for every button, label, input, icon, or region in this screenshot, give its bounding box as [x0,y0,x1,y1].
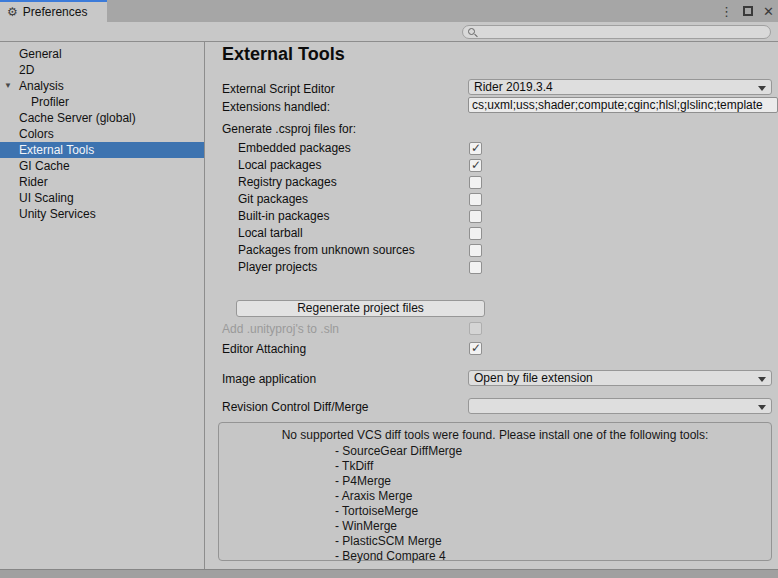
window-controls: ⋮ ✕ [720,0,774,22]
sidebar-item-label: 2D [19,63,34,77]
regenerate-project-files-button[interactable]: Regenerate project files [236,300,485,317]
sidebar-item-label: GI Cache [19,159,70,173]
title-bar: ⚙ Preferences ⋮ ✕ [0,0,778,22]
sidebar-item-label: Profiler [31,95,69,109]
search-icon [468,28,475,35]
tab-label: Preferences [23,5,88,19]
page-title: External Tools [222,44,345,65]
external-script-editor-dropdown[interactable]: Rider 2019.3.4 [468,79,772,95]
sidebar-item-external-tools[interactable]: External Tools [0,142,204,158]
checkbox-local-tarball[interactable]: ✓ [469,227,482,240]
checkbox-player-projects[interactable]: ✓ [469,261,482,274]
checkbox-embedded-packages[interactable]: ✓ [469,142,482,155]
search-input[interactable] [481,26,764,38]
sidebar-item-label: Rider [19,175,48,189]
checkbox-git-packages[interactable]: ✓ [469,193,482,206]
checkbox-label-local-packages: Local packages [238,158,321,172]
maximize-icon[interactable] [743,5,753,18]
checkbox-label-packages-from-unknown-sources: Packages from unknown sources [238,243,415,257]
vcs-tool-item: - Araxis Merge [335,489,771,504]
checkbox-label-embedded-packages: Embedded packages [238,141,351,155]
close-icon[interactable]: ✕ [763,5,774,18]
add-unityproj-checkbox: ✓ [469,322,482,335]
sidebar-item-cache-server-global-[interactable]: Cache Server (global) [0,110,204,126]
sidebar-item-label: General [19,47,62,61]
sidebar-item-2d[interactable]: 2D [0,62,204,78]
revision-control-label: Revision Control Diff/Merge [222,400,369,414]
checkbox-label-player-projects: Player projects [238,260,317,274]
extensions-handled-label: Extensions handled: [222,100,330,114]
checkbox-label-built-in-packages: Built-in packages [238,209,329,223]
image-application-label: Image application [222,372,316,386]
toolbar [0,22,778,42]
vcs-tool-item: - Beyond Compare 4 [335,549,771,564]
preferences-window: ⚙ Preferences ⋮ ✕ General2D▼AnalysisProf… [0,0,778,578]
sidebar-item-colors[interactable]: Colors [0,126,204,142]
vcs-tool-item: - WinMerge [335,519,771,534]
add-unityproj-label: Add .unityproj's to .sln [222,322,339,336]
sidebar-item-label: UI Scaling [19,191,74,205]
sidebar-item-general[interactable]: General [0,46,204,62]
preferences-sidebar: General2D▼AnalysisProfilerCache Server (… [0,42,205,570]
sidebar-item-label: Colors [19,127,54,141]
vcs-tool-item: - P4Merge [335,474,771,489]
menu-icon[interactable]: ⋮ [720,5,733,18]
sidebar-item-analysis[interactable]: ▼Analysis [0,78,204,94]
checkbox-registry-packages[interactable]: ✓ [469,176,482,189]
external-script-editor-label: External Script Editor [222,82,335,96]
vcs-tool-item: - TkDiff [335,459,771,474]
vcs-tool-item: - SourceGear DiffMerge [335,444,771,459]
vcs-notice-text: No supported VCS diff tools were found. … [219,428,771,442]
editor-attaching-label: Editor Attaching [222,342,306,356]
sidebar-item-gi-cache[interactable]: GI Cache [0,158,204,174]
checkbox-label-git-packages: Git packages [238,192,308,206]
sidebar-item-ui-scaling[interactable]: UI Scaling [0,190,204,206]
generate-csproj-label: Generate .csproj files for: [222,122,356,136]
sidebar-item-label: External Tools [19,143,94,157]
checkbox-built-in-packages[interactable]: ✓ [469,210,482,223]
sidebar-item-label: Unity Services [19,207,96,221]
revision-control-dropdown[interactable] [468,398,772,414]
status-bar [0,569,778,578]
tab-preferences[interactable]: ⚙ Preferences [0,0,107,22]
gear-icon: ⚙ [7,6,18,18]
checkbox-local-packages[interactable]: ✓ [469,159,482,172]
search-box[interactable] [462,25,771,39]
sidebar-item-unity-services[interactable]: Unity Services [0,206,204,222]
vcs-tool-item: - TortoiseMerge [335,504,771,519]
sidebar-item-label: Cache Server (global) [19,111,136,125]
extensions-handled-field[interactable]: cs;uxml;uss;shader;compute;cginc;hlsl;gl… [468,97,778,113]
vcs-tools-list: - SourceGear DiffMerge- TkDiff- P4Merge-… [219,444,771,564]
expander-icon[interactable]: ▼ [4,78,12,94]
sidebar-item-rider[interactable]: Rider [0,174,204,190]
vcs-tool-item: - PlasticSCM Merge [335,534,771,549]
sidebar-item-label: Analysis [19,79,64,93]
image-application-dropdown[interactable]: Open by file extension [468,370,772,386]
editor-attaching-checkbox[interactable]: ✓ [469,342,482,355]
checkbox-label-registry-packages: Registry packages [238,175,337,189]
checkbox-label-local-tarball: Local tarball [238,226,303,240]
checkbox-packages-from-unknown-sources[interactable]: ✓ [469,244,482,257]
vcs-notice-box: No supported VCS diff tools were found. … [218,422,772,561]
sidebar-item-profiler[interactable]: Profiler [0,94,204,110]
